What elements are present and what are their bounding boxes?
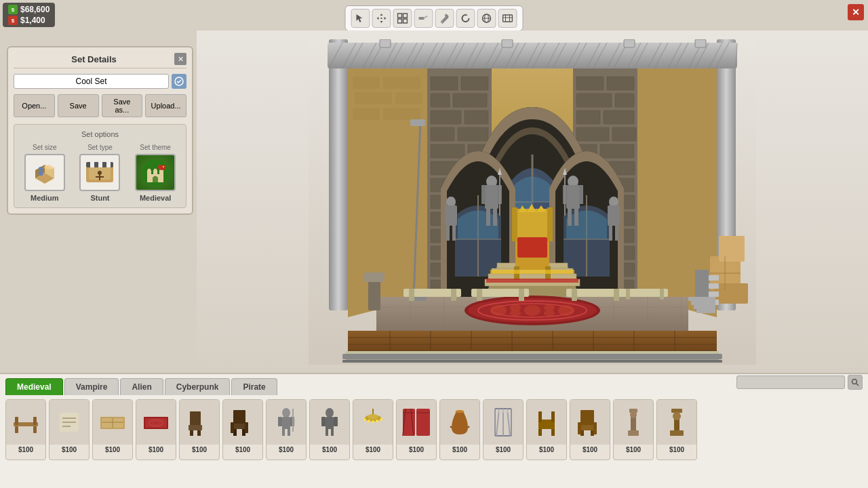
set-options-title: Set options [20,130,180,138]
set-theme-icon[interactable] [135,154,176,191]
svg-rect-216 [485,185,498,209]
svg-line-268 [856,384,859,386]
svg-rect-104 [431,110,461,124]
svg-rect-210 [490,270,574,274]
set-size-icon[interactable] [24,154,65,191]
svg-point-200 [510,310,521,317]
set-type-icon[interactable] [79,154,120,191]
svg-rect-85 [380,39,391,47]
svg-rect-257 [709,275,719,281]
category-tab-pirate[interactable]: Pirate [231,378,277,395]
wrench-tool-button[interactable] [435,9,454,28]
svg-rect-346 [628,430,639,436]
svg-rect-135 [600,144,634,158]
table-tool-button[interactable] [498,9,517,28]
item-card-3[interactable]: $100 [92,399,133,460]
svg-rect-217 [481,185,486,204]
svg-rect-240 [409,289,414,301]
item-card-12[interactable]: $100 [483,399,524,460]
item-card-2[interactable]: $100 [49,399,90,460]
item-preview-9 [353,400,393,445]
panel-close-button[interactable]: ✕ [174,53,186,65]
svg-rect-288 [190,430,193,436]
set-type-option: Set type [79,144,120,202]
svg-rect-2 [398,19,402,23]
viewport[interactable] [197,30,868,373]
svg-rect-335 [551,411,555,422]
set-name-icon [172,74,186,89]
item-card-6[interactable]: $100 [222,399,263,460]
svg-rect-3 [403,19,408,23]
svg-rect-42 [329,39,348,310]
item-card-8[interactable]: $100 [309,399,350,460]
primary-amount: $68,600 [20,5,50,14]
item-price-13: $100 [539,445,554,455]
item-card-10[interactable]: $100 [396,399,437,460]
rotate-tool-button[interactable] [456,9,475,28]
svg-point-296 [282,408,290,418]
category-tab-alien[interactable]: Alien [120,378,163,395]
svg-rect-189 [488,274,576,279]
svg-rect-261 [688,297,715,301]
set-name-input[interactable] [14,74,169,89]
item-card-4[interactable]: $100 [136,399,176,460]
cursor-tool-button[interactable] [351,9,370,28]
upload-button[interactable]: Upload... [145,94,186,117]
svg-rect-127 [607,77,634,90]
svg-rect-297 [282,417,290,429]
globe-tool-button[interactable] [477,9,496,28]
item-card-15[interactable]: $100 [613,399,654,460]
move-tool-button[interactable] [372,9,391,28]
svg-rect-270 [15,426,18,433]
item-preview-1 [6,400,45,445]
svg-rect-271 [33,426,37,433]
svg-rect-106 [431,127,454,141]
open-button[interactable]: Open... [14,94,55,117]
grid-tool-button[interactable] [393,9,412,28]
svg-rect-107 [458,127,488,141]
svg-rect-291 [232,424,247,429]
item-preview-11 [440,400,479,445]
svg-rect-264 [696,309,715,313]
close-button[interactable]: ✕ [848,4,864,20]
search-bar-area [736,375,863,390]
item-preview-14 [570,400,610,445]
item-price-1: $100 [18,445,33,455]
secondary-money: $ $1,400 [8,16,50,25]
svg-point-311 [368,414,378,420]
item-preview-12 [484,400,523,445]
item-preview-7 [267,400,306,445]
save-button[interactable]: Save [58,94,99,117]
item-card-14[interactable]: $100 [570,399,610,460]
search-button[interactable] [848,375,863,390]
save-as-button[interactable]: Save as... [102,94,143,117]
item-price-12: $100 [496,445,511,455]
hammer-tool-button[interactable] [414,9,433,28]
item-card-7[interactable]: $100 [266,399,307,460]
svg-rect-241 [451,289,456,301]
category-tab-vampire[interactable]: Vampire [64,378,119,395]
item-price-16: $100 [669,445,684,455]
item-preview-13 [527,400,566,445]
item-card-9[interactable]: $100 [353,399,393,460]
svg-point-351 [673,412,681,420]
set-options-grid: Set size Medium [20,144,180,202]
svg-rect-305 [321,417,326,426]
svg-point-303 [326,408,334,418]
panel-title: Set Details [14,54,174,64]
svg-rect-88 [695,39,706,47]
item-preview-15 [614,400,653,445]
svg-point-20 [39,167,43,171]
item-card-16[interactable]: $100 [656,399,697,460]
item-card-5[interactable]: $100 [179,399,220,460]
category-tab-cyberpunk[interactable]: Cyberpunk [165,378,231,395]
svg-rect-250 [660,289,664,300]
item-card-1[interactable]: $100 [5,399,46,460]
search-input[interactable] [736,375,845,389]
category-tab-medieval[interactable]: Medieval [5,378,63,395]
item-card-11[interactable]: $100 [439,399,480,460]
svg-rect-306 [334,417,338,426]
item-card-13[interactable]: $100 [526,399,567,460]
svg-rect-234 [452,226,456,241]
svg-rect-236 [608,205,620,226]
